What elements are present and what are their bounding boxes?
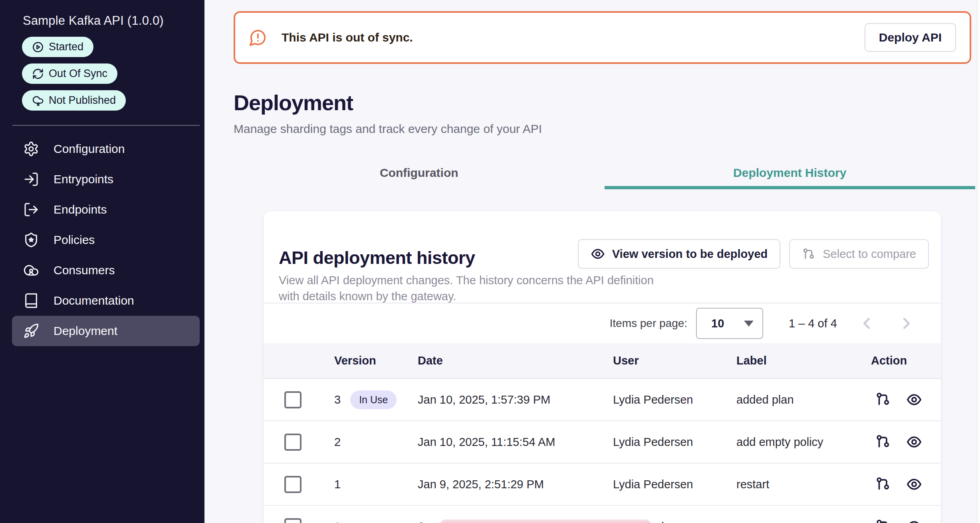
card-title: API deployment history	[279, 248, 475, 268]
sidebar-item-documentation[interactable]: Documentation	[12, 285, 200, 316]
column-header-date: Date	[411, 343, 605, 378]
items-per-page-label: Items per page:	[610, 317, 688, 330]
sidebar-item-label: Documentation	[54, 294, 134, 307]
caret-down-icon	[744, 321, 754, 327]
card-description: View all API deployment changes. The his…	[279, 272, 654, 304]
deployment-label: added plan	[731, 378, 849, 421]
play-circle-icon	[32, 41, 44, 53]
git-compare-icon	[802, 247, 815, 261]
sidebar-item-consumers[interactable]: Consumers	[12, 255, 200, 285]
badge-label: Started	[49, 41, 83, 53]
out-of-sync-banner: This API is out of sync. Deploy API	[234, 11, 971, 64]
sidebar-item-entrypoints[interactable]: Entrypoints	[12, 164, 200, 194]
deployment-date: Jan 9, 2025, 2:51:29 PM	[411, 463, 605, 505]
git-compare-icon[interactable]	[875, 434, 891, 450]
cloud-user-icon	[23, 262, 39, 278]
sidebar-item-deployment[interactable]: Deployment	[12, 316, 200, 346]
select-to-compare-button[interactable]: Select to compare	[789, 239, 929, 269]
eye-icon	[591, 247, 605, 261]
pagination-toolbar: Items per page: 10 1 – 4 of 4	[264, 303, 941, 343]
view-version-label: View version to be deployed	[612, 248, 768, 261]
table-row: 2Jan 10, 2025, 11:15:54 AMLydia Pedersen…	[264, 421, 941, 463]
next-page-button[interactable]	[897, 314, 915, 333]
table-row: 3In UseJan 10, 2025, 1:57:39 PMLydia Ped…	[264, 378, 941, 421]
status-badge-started: Started	[22, 37, 93, 57]
row-actions	[875, 434, 940, 450]
exit-icon	[23, 202, 39, 218]
sidebar-item-label: Endpoints	[54, 203, 107, 216]
badge-label: Out Of Sync	[49, 67, 107, 80]
deployment-date: Jan 10, 2025, 1:57:39 PM	[411, 378, 605, 421]
row-actions	[875, 476, 940, 492]
items-per-page-select[interactable]: 10	[696, 308, 763, 339]
deployment-user: Lydia Pedersen	[605, 421, 731, 463]
git-compare-icon[interactable]	[875, 476, 891, 492]
eye-icon[interactable]	[906, 392, 922, 408]
row-actions	[875, 519, 940, 523]
sidebar-item-label: Configuration	[54, 142, 125, 156]
sync-icon	[32, 68, 44, 80]
previous-page-button[interactable]	[858, 314, 876, 333]
row-checkbox[interactable]	[284, 476, 302, 493]
badge-label: Not Published	[49, 94, 116, 107]
gear-icon	[23, 141, 39, 157]
status-badge-not-published: Not Published	[22, 90, 126, 111]
git-compare-icon[interactable]	[875, 392, 891, 408]
sidebar-item-policies[interactable]: Policies	[12, 225, 200, 255]
pagination-range: 1 – 4 of 4	[789, 317, 837, 330]
sidebar-item-label: Policies	[54, 233, 95, 247]
toast-notification	[439, 519, 652, 523]
compare-label: Select to compare	[823, 248, 916, 261]
eye-icon[interactable]	[906, 519, 922, 523]
column-header-label: Label	[731, 343, 849, 378]
api-title: Sample Kafka API (1.0.0)	[23, 14, 192, 28]
git-compare-icon[interactable]	[875, 519, 891, 523]
table-row: 1Jan 9, 2025, 2:51:29 PMLydia Pedersenre…	[264, 463, 941, 505]
version-number: 1	[334, 520, 341, 523]
row-checkbox[interactable]	[284, 391, 302, 408]
row-actions	[875, 392, 940, 408]
eye-icon[interactable]	[906, 476, 922, 492]
version-number: 3	[334, 393, 341, 406]
alert-bubble-icon	[249, 28, 267, 47]
sidebar-item-label: Consumers	[54, 263, 115, 277]
rocket-icon	[23, 323, 39, 339]
sidebar-item-label: Entrypoints	[54, 172, 113, 186]
column-header-user: User	[605, 343, 731, 378]
row-checkbox[interactable]	[284, 434, 302, 451]
sidebar-item-configuration[interactable]: Configuration	[12, 134, 200, 164]
vertical-scrollbar[interactable]	[977, 0, 980, 523]
page-subtitle: Manage sharding tags and track every cha…	[234, 122, 542, 136]
sidebar-item-endpoints[interactable]: Endpoints	[12, 194, 200, 225]
cloud-x-icon	[32, 95, 44, 107]
column-header-version: Version	[319, 343, 411, 378]
select-column-header	[264, 343, 319, 378]
table-header-row: VersionDateUserLabelAction	[264, 343, 941, 378]
deploy-api-button[interactable]: Deploy API	[865, 23, 956, 52]
sidebar: Sample Kafka API (1.0.0) StartedOut Of S…	[0, 0, 204, 523]
sidebar-item-label: Deployment	[54, 324, 117, 338]
main-content: This API is out of sync. Deploy API Depl…	[204, 0, 980, 523]
tab-deployment-history[interactable]: Deployment History	[605, 157, 976, 189]
deployment-user: Lydia Pedersen	[605, 463, 731, 505]
eye-icon[interactable]	[906, 434, 922, 450]
deployment-history-card: API deployment history View all API depl…	[264, 211, 941, 523]
column-header-action: Action	[849, 343, 941, 378]
sidebar-nav: ConfigurationEntrypointsEndpointsPolicie…	[12, 134, 200, 346]
page-title: Deployment	[234, 90, 353, 115]
shield-star-icon	[23, 232, 39, 248]
row-checkbox[interactable]	[284, 518, 302, 523]
tab-configuration[interactable]: Configuration	[234, 157, 605, 189]
banner-message: This API is out of sync.	[282, 31, 413, 44]
deployment-label	[731, 505, 849, 523]
deployment-history-table: VersionDateUserLabelAction 3In UseJan 10…	[264, 343, 941, 523]
version-number: 2	[334, 436, 341, 449]
card-actions: View version to be deployed Select to co…	[578, 239, 929, 269]
tab-bar: ConfigurationDeployment History	[234, 157, 975, 189]
enter-icon	[23, 171, 39, 187]
view-version-button[interactable]: View version to be deployed	[578, 239, 780, 269]
deployment-date: Jan 10, 2025, 11:15:54 AM	[411, 421, 605, 463]
version-number: 1	[334, 478, 341, 491]
status-badge-out-of-sync: Out Of Sync	[22, 63, 117, 84]
deployment-label: add empty policy	[731, 421, 849, 463]
